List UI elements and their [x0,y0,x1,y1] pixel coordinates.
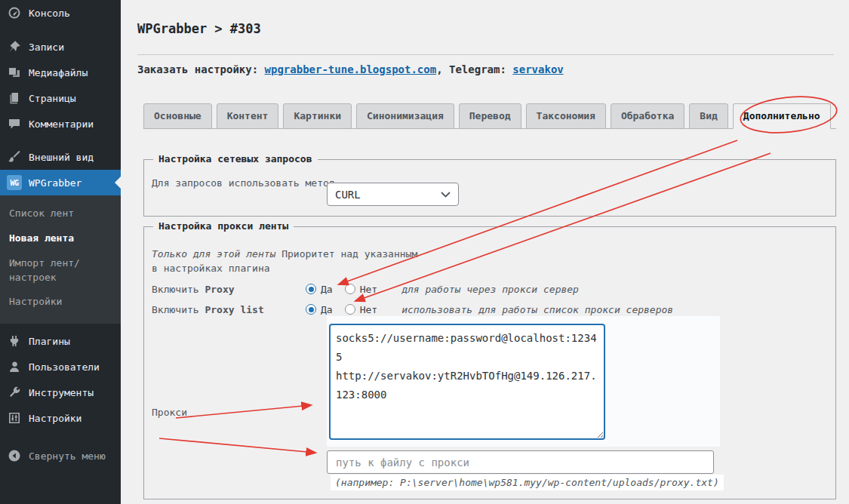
sidebar-item-wpgrabber[interactable]: WG WPGrabber [0,170,121,195]
settings-sliders-icon [7,410,22,426]
sidebar-item-media[interactable]: Медиафайлы [0,60,121,85]
enable-proxy-list-label: Включить Proxy list [152,304,306,315]
comments-icon [7,116,22,131]
sidebar-item-tools[interactable]: Инструменты [0,380,121,405]
submenu-item-import[interactable]: Импорт лент/ настроек [0,251,97,290]
enable-proxy-label: Включить Proxy [152,284,306,295]
proxy-file-hint: (например: P:\server\home\wp581.myy/wp-c… [331,475,724,490]
method-select-value: CURL [335,189,361,201]
title-divider [137,54,834,55]
wpgrabber-submenu: Список лент Новая лента Импорт лент/ нас… [0,195,121,324]
enable-proxy-no-radio[interactable] [345,284,355,294]
appearance-brush-icon [7,149,22,164]
sidebar-item-label: Комментарии [29,118,94,130]
tab-obrabotka[interactable]: Обработка [611,103,684,129]
page-title: WPGrabber > #303 [137,21,261,36]
sidebar-item-label: WPGrabber [29,177,82,189]
promo-site-link[interactable]: wpgrabber-tune.blogspot.com [265,63,437,75]
submenu-item-new-feed[interactable]: Новая лента [0,226,121,251]
sidebar-item-pages[interactable]: Страницы [0,85,121,111]
enable-proxy-row: Включить Proxy Да Нет для работы через п… [152,281,829,297]
main-content: WPGrabber > #303 Заказать настройку: wpg… [121,0,849,504]
sidebar-item-label: Настройки [29,413,82,424]
enable-proxy-list-yes-radio[interactable] [306,304,316,315]
tab-taksonomiya[interactable]: Таксономия [526,103,606,129]
pushpin-icon [7,39,22,54]
sidebar-item-comments[interactable]: Комментарии [0,111,121,137]
enable-proxy-list-row: Включить Proxy list Да Нет использовать … [152,302,829,317]
method-label: Для запросов использовать метод [152,177,337,190]
proxy-label: Прокси [152,407,187,418]
proxy-list-textarea[interactable]: socks5://username:password@localhost:123… [329,324,605,440]
proxy-file-path-input[interactable] [327,450,714,474]
radio-yes-label: Да [321,284,333,295]
radio-no-label: Нет [360,284,377,295]
tab-dopolnitelno[interactable]: Дополнительно [733,103,831,129]
radio-no-label: Нет [360,304,377,315]
sidebar-item-options[interactable]: Настройки [0,405,121,431]
tab-kartinki[interactable]: Картинки [283,103,352,129]
promo-middle: , Telegram: [436,63,512,75]
admin-sidebar: Консоль Записи Медиафайлы Страницы Комме… [0,0,121,504]
sidebar-item-label: Страницы [29,93,76,104]
chevron-down-icon [441,192,451,198]
promo-telegram-link[interactable]: servakov [512,63,563,75]
pages-icon [7,91,22,106]
radio-yes-label: Да [321,304,333,315]
plugins-icon [7,333,22,349]
proxy-field-highlight: socks5://username:password@localhost:123… [327,316,720,447]
sidebar-item-label: Инструменты [29,387,94,398]
tab-sinonimizaciya[interactable]: Синонимизация [356,103,454,129]
sidebar-item-users[interactable]: Пользователи [0,354,121,380]
users-icon [7,359,22,374]
tab-perevod[interactable]: Перевод [459,103,521,129]
collapse-icon [7,448,22,463]
dashboard-icon [7,5,22,20]
network-panel-legend: Настройка сетевых запросов [153,153,318,164]
sidebar-item-label: Пользователи [29,361,100,373]
tab-vid[interactable]: Вид [689,103,727,129]
enable-proxy-hint: для работы через прокси сервер [401,284,579,295]
proxy-settings-panel: Настройка прокси ленты Только для этой л… [143,226,836,499]
proxy-note-italic: Только для этой ленты [152,248,275,260]
network-settings-panel: Настройка сетевых запросов Для запросов … [143,159,836,217]
promo-prefix: Заказать настройку: [137,63,265,75]
sidebar-item-label: Записи [29,41,64,53]
sidebar-item-appearance[interactable]: Внешний вид [0,144,121,170]
collapse-menu-button[interactable]: Свернуть меню [0,443,121,469]
method-select[interactable]: CURL [327,183,459,206]
sidebar-item-plugins[interactable]: Плагины [0,328,121,354]
sidebar-item-dashboard[interactable]: Консоль [0,0,121,26]
sidebar-item-label: Консоль [29,8,70,19]
proxy-panel-legend: Настройка прокси ленты [153,220,294,232]
sidebar-item-label: Внешний вид [29,152,94,163]
sidebar-item-label: Свернуть меню [29,450,106,462]
sidebar-item-label: Плагины [29,336,70,347]
submenu-item-settings[interactable]: Настройки [0,290,121,315]
wpgrabber-badge: WG [7,175,22,190]
tab-osnovnye[interactable]: Основные [143,103,212,129]
submenu-item-feed-list[interactable]: Список лент [0,201,121,226]
sidebar-item-label: Медиафайлы [29,67,88,78]
tools-wrench-icon [7,385,22,400]
settings-tabbar: Основные Контент Картинки Синонимизация … [143,103,836,129]
promo-line: Заказать настройку: wpgrabber-tune.blogs… [137,63,564,75]
tab-kontent[interactable]: Контент [217,103,279,129]
sidebar-item-posts[interactable]: Записи [0,34,121,60]
media-icon [7,65,22,80]
enable-proxy-list-no-radio[interactable] [345,304,355,315]
proxy-note: Только для этой ленты Приоритет над указ… [152,247,425,275]
enable-proxy-list-hint: использовать для работы список прокси се… [401,304,673,315]
enable-proxy-yes-radio[interactable] [306,284,316,294]
